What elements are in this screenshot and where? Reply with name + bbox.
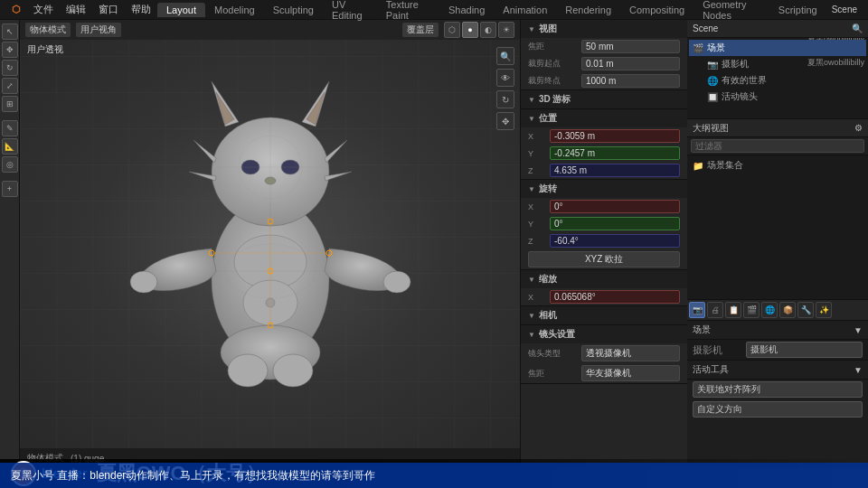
tab-scripting[interactable]: Scripting <box>769 3 826 17</box>
svg-point-4 <box>383 271 410 293</box>
view-icon[interactable]: 👁 <box>496 69 514 87</box>
tab-uv-editing[interactable]: UV Editing <box>323 0 377 23</box>
tab-compositing[interactable]: Compositing <box>620 3 693 17</box>
npanel-loc-z-row: Z 4.635 m <box>521 162 687 179</box>
character-svg <box>126 72 415 416</box>
scene-panel-header: Scene 🔍 <box>687 20 868 38</box>
character-model <box>126 72 415 416</box>
transform-tool-btn[interactable]: ⊞ <box>2 96 18 112</box>
active-tools-item-2: 自定义方向 <box>687 399 868 419</box>
view-perspective-label: 用户透视 <box>27 43 63 56</box>
svg-marker-13 <box>325 140 347 163</box>
prop-icon-material[interactable]: ✨ <box>816 302 832 318</box>
prop-icon-world[interactable]: 🌐 <box>761 302 778 318</box>
viewport-material-btn[interactable]: ◐ <box>480 22 496 38</box>
left-toolbar: ↖ ✥ ↻ ⤢ ⊞ ✎ 📐 ◎ + <box>0 20 20 468</box>
motion-name: 活动镜头 <box>722 90 758 103</box>
viewport-3d[interactable]: 物体模式 用户视角 覆盖层 ⬡ ● ◐ ☀ 用户透视 <box>20 20 520 468</box>
scene-label: Scene <box>693 23 718 33</box>
tab-texture-paint[interactable]: Texture Paint <box>377 0 439 23</box>
npanel-rotation-title[interactable]: 旋转 <box>521 180 687 198</box>
npanel-view-title[interactable]: 视图 <box>521 20 687 38</box>
rotate-tool-btn[interactable]: ↻ <box>2 60 18 76</box>
npanel-cursor-section: 3D 游标 <box>521 90 687 109</box>
active-tools-item-1: 关联地对齐阵列 <box>687 380 868 399</box>
scene-tree-scene[interactable]: 🎬 场景 <box>689 40 866 56</box>
rotate-view-icon[interactable]: ↻ <box>496 90 514 108</box>
tab-geometry-nodes[interactable]: Geometry Nodes <box>693 0 769 23</box>
active-tools-title[interactable]: 活动工具 ▼ <box>687 361 868 380</box>
menu-item-help[interactable]: 帮助 <box>125 1 157 18</box>
npanel-clip-end-row: 裁剪终点 1000 m <box>521 72 687 89</box>
npanel-cursor-title[interactable]: 3D 游标 <box>521 90 687 108</box>
outliner-filter-icon[interactable]: ⚙ <box>854 123 863 133</box>
prop-icon-object[interactable]: 📦 <box>779 302 796 318</box>
subtitle-text: 夏黑小号 直播：blender动作制作、马上开录，有想找我做模型的请等到哥作 <box>11 468 375 483</box>
prop-icon-view-layer[interactable]: 📋 <box>725 302 741 318</box>
npanel-scale-title[interactable]: 缩放 <box>521 270 687 288</box>
scale-tool-btn[interactable]: ⤢ <box>2 78 18 94</box>
outliner-collection[interactable]: 📁 场景集合 <box>689 157 866 174</box>
n-panel: 视图 焦距 50 mm 裁剪起点 0.01 m 裁剪终点 1000 m 3D 游… <box>520 20 687 468</box>
watermark-area: 夏黑owobillibilly 夏黑owobillibilly 夏黑owobil… <box>687 20 868 119</box>
world-icon: 🌐 <box>707 76 718 86</box>
viewport-mode-btn[interactable]: 物体模式 <box>25 23 71 37</box>
prop-icon-scene[interactable]: 🎬 <box>743 302 760 318</box>
viewport-solid-btn[interactable]: ● <box>462 22 478 38</box>
viewport-rendered-btn[interactable]: ☀ <box>498 22 514 38</box>
viewport-view-btn[interactable]: 用户视角 <box>76 23 121 37</box>
scene-selector[interactable]: Scene <box>826 5 863 14</box>
viewport-header: 物体模式 用户视角 覆盖层 ⬡ ● ◐ ☀ <box>20 20 520 40</box>
properties-icons-row: 📷 🖨 📋 🎬 🌐 📦 🔧 ✨ <box>687 300 868 321</box>
prop-scene-title[interactable]: 场景 ▼ <box>687 321 868 340</box>
select-tool-btn[interactable]: ↖ <box>2 23 18 40</box>
npanel-view-section: 视图 焦距 50 mm 裁剪起点 0.01 m 裁剪终点 1000 m <box>521 20 687 90</box>
pan-view-icon[interactable]: ✥ <box>496 112 514 130</box>
scene-name: 场景 <box>707 42 725 54</box>
camera-icon: 📷 <box>707 60 718 70</box>
zoom-icon[interactable]: 🔍 <box>496 47 514 65</box>
tab-shading[interactable]: Shading <box>439 3 494 17</box>
svg-point-26 <box>273 354 313 387</box>
scene-tree-camera[interactable]: 📷 摄影机 <box>689 56 866 72</box>
top-menu-bar: ⬡ 文件 编辑 窗口 帮助 Layout Modeling Sculpting … <box>0 0 868 20</box>
scene-tree-motion[interactable]: 🔲 活动镜头 <box>689 89 866 105</box>
prop-icon-modifier[interactable]: 🔧 <box>797 302 814 318</box>
menu-item-blender[interactable]: ⬡ <box>5 2 27 17</box>
right-container: 夏黑owobillibilly 夏黑owobillibilly 夏黑owobil… <box>687 20 868 468</box>
scene-tree-world[interactable]: 🌐 有效的世界 <box>689 72 866 89</box>
tab-sculpting[interactable]: Sculpting <box>264 3 323 17</box>
add-tool-btn[interactable]: + <box>2 181 18 197</box>
npanel-location-title[interactable]: 位置 <box>521 109 687 127</box>
annotate-tool-btn[interactable]: ✎ <box>2 120 18 136</box>
measure-tool-btn[interactable]: 📐 <box>2 138 18 155</box>
svg-marker-11 <box>193 140 216 163</box>
npanel-focal-length-row: 焦距 华友摄像机 <box>521 363 687 383</box>
npanel-rot-z-row: Z -60.4° <box>521 232 687 249</box>
main-area: ↖ ✥ ↻ ⤢ ⊞ ✎ 📐 ◎ + 物体模式 用户视角 覆盖层 ⬡ ● ◐ ☀ <box>0 20 868 468</box>
viewport-wire-btn[interactable]: ⬡ <box>444 22 460 38</box>
menu-item-window[interactable]: 窗口 <box>92 1 125 18</box>
npanel-lens-title[interactable]: 镜头设置 <box>521 325 687 343</box>
cursor-tool-btn[interactable]: ◎ <box>2 156 18 173</box>
tab-modeling[interactable]: Modeling <box>205 3 264 17</box>
motion-icon: 🔲 <box>707 92 718 102</box>
properties-panel: 📷 🖨 📋 🎬 🌐 📦 🔧 ✨ 场景 ▼ 摄影机 摄影机 有效的世界 ⚪ <box>687 300 868 360</box>
outliner-search-input[interactable] <box>691 139 864 153</box>
move-tool-btn[interactable]: ✥ <box>2 42 18 58</box>
prop-icon-output[interactable]: 🖨 <box>707 302 723 318</box>
npanel-location-section: 位置 X -0.3059 m Y -0.2457 m Z 4.635 m <box>521 109 687 180</box>
bottom-overlay: blender 夏黑OWO（大号） 夏黑小号 直播：blender动作制作、马上… <box>0 459 868 488</box>
viewport-overlay-btn[interactable]: 覆盖层 <box>402 23 439 37</box>
npanel-camera-title[interactable]: 相机 <box>521 306 687 324</box>
tab-rendering[interactable]: Rendering <box>556 3 620 17</box>
viewport-display-row: ⬡ ● ◐ ☀ <box>444 22 514 38</box>
tab-layout[interactable]: Layout <box>157 3 205 17</box>
scene-search-btn[interactable]: 🔍 <box>852 23 863 33</box>
menu-item-file[interactable]: 文件 <box>27 1 60 18</box>
tab-animation[interactable]: Animation <box>494 3 556 17</box>
npanel-rot-y-row: Y 0° <box>521 215 687 232</box>
active-tools-panel: 活动工具 ▼ 关联地对齐阵列 自定义方向 <box>687 360 868 468</box>
menu-item-edit[interactable]: 编辑 <box>60 1 92 18</box>
prop-icon-render[interactable]: 📷 <box>689 302 705 318</box>
